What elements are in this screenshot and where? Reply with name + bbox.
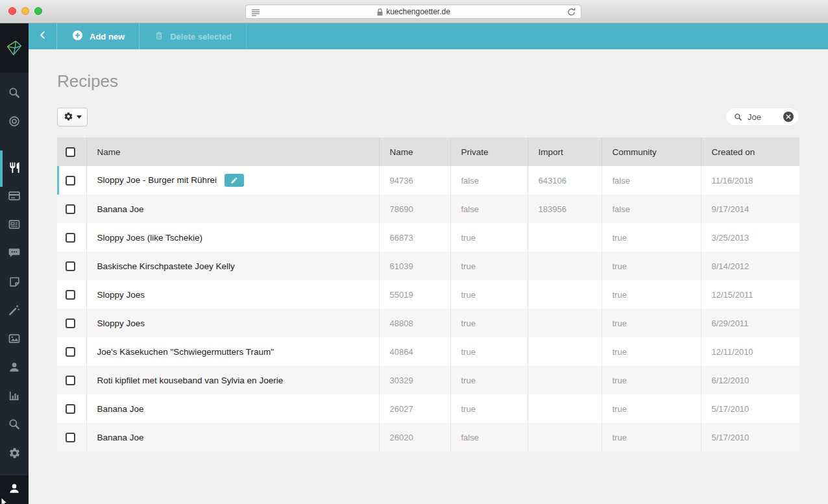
table-row[interactable]: Roti kipfilet met kouseband van Sylvia e… — [57, 366, 799, 394]
sidebar-item-media[interactable] — [0, 326, 29, 354]
cell-id: 48808 — [379, 309, 450, 337]
cell-community: true — [602, 280, 701, 309]
table-row[interactable]: Joe's Käsekuchen "Schwiegermutters Traum… — [57, 337, 799, 366]
minimize-window-button[interactable] — [21, 7, 29, 15]
sidebar-item-recipes[interactable] — [0, 154, 29, 183]
user-icon — [8, 361, 21, 376]
close-window-button[interactable] — [8, 7, 16, 15]
address-bar[interactable]: kuechengoetter.de — [245, 5, 581, 19]
column-header-created[interactable]: Created on — [701, 138, 799, 166]
table-body: Sloppy Joe - Burger mit Rührei94736false… — [57, 166, 799, 451]
cell-id: 40864 — [379, 337, 450, 366]
cell-import — [528, 252, 602, 280]
select-all-checkbox[interactable] — [66, 147, 75, 157]
table-row[interactable]: Sloppy Joe - Burger mit Rührei94736false… — [57, 166, 799, 195]
cell-import — [528, 280, 602, 309]
clear-search-button[interactable] — [783, 112, 794, 122]
sidebar-item-comments[interactable] — [0, 240, 29, 269]
zoom-window-button[interactable] — [34, 7, 42, 15]
add-new-button[interactable]: Add new — [57, 23, 140, 49]
sidebar — [0, 23, 29, 504]
cell-private: false — [450, 423, 528, 451]
cell-import — [528, 423, 602, 451]
sidebar-item-lookup[interactable] — [0, 411, 29, 440]
sidebar-item-stats[interactable] — [0, 383, 29, 411]
sidebar-item-cards[interactable] — [0, 183, 29, 211]
chat-icon — [8, 246, 21, 262]
cell-import — [528, 337, 602, 366]
recipe-name: Sloppy Joes — [97, 318, 145, 328]
sidebar-item-tools[interactable] — [0, 297, 29, 326]
cell-community: true — [602, 252, 701, 280]
target-icon — [8, 115, 21, 130]
newspaper-icon — [8, 218, 21, 234]
sidebar-item-news[interactable] — [0, 211, 29, 240]
row-checkbox[interactable] — [66, 204, 75, 214]
cell-private: false — [450, 195, 528, 223]
restaurant-icon — [8, 162, 21, 176]
delete-selected-button[interactable]: Delete selected — [140, 23, 247, 49]
table-header-row: Name Name Private Import Community Creat… — [57, 138, 799, 166]
row-checkbox[interactable] — [66, 261, 75, 271]
sidebar-item-users[interactable] — [0, 354, 29, 383]
image-icon — [8, 332, 21, 348]
column-header-community[interactable]: Community — [602, 138, 701, 166]
row-checkbox[interactable] — [66, 404, 75, 414]
table-row[interactable]: Banana Joe26020falsetrue5/17/2010 — [57, 423, 799, 451]
sidebar-item-search[interactable] — [0, 80, 29, 108]
column-header-private[interactable]: Private — [450, 138, 528, 166]
cell-created: 6/12/2010 — [701, 366, 799, 394]
table-options-button[interactable] — [57, 108, 88, 126]
sidebar-nav — [0, 73, 29, 468]
bar-chart-icon — [8, 389, 21, 405]
cell-private: true — [450, 252, 528, 280]
cell-created: 8/14/2012 — [701, 252, 799, 280]
cell-private: true — [450, 309, 528, 337]
row-checkbox[interactable] — [66, 290, 75, 300]
recipe-name: Sloppy Joes (like Tschekie) — [97, 233, 203, 243]
gear-icon — [8, 447, 21, 462]
cell-id: 30329 — [379, 366, 450, 394]
column-header-name[interactable]: Name — [86, 138, 379, 166]
app-logo[interactable] — [0, 23, 29, 73]
row-checkbox[interactable] — [66, 433, 75, 442]
cell-created: 5/17/2010 — [701, 394, 799, 423]
reload-icon[interactable] — [566, 7, 576, 19]
recipe-name: Sloppy Joes — [97, 290, 145, 300]
table-row[interactable]: Sloppy Joes55019truetrue12/15/2011 — [57, 280, 799, 309]
row-checkbox[interactable] — [66, 376, 75, 385]
cell-import — [528, 309, 602, 337]
sidebar-item-target[interactable] — [0, 108, 29, 137]
row-checkbox[interactable] — [66, 176, 75, 186]
sidebar-item-settings[interactable] — [0, 440, 29, 468]
back-button[interactable] — [29, 23, 57, 49]
edit-button[interactable] — [225, 174, 244, 187]
cell-private: true — [450, 394, 528, 423]
trash-icon — [154, 30, 164, 43]
table-row[interactable]: Baskische Kirschpastete Joey Kelly61039t… — [57, 252, 799, 280]
cell-created: 3/25/2013 — [701, 223, 799, 252]
action-toolbar: Add new Delete selected — [29, 23, 828, 49]
cell-import: 643106 — [528, 166, 602, 195]
recipe-name: Sloppy Joe - Burger mit Rührei — [97, 175, 217, 185]
sidebar-item-notes[interactable] — [0, 269, 29, 297]
search-input[interactable] — [748, 112, 781, 122]
cell-private: true — [450, 366, 528, 394]
cell-created: 9/17/2014 — [701, 195, 799, 223]
cell-community: false — [602, 195, 701, 223]
cell-id: 61039 — [379, 252, 450, 280]
reader-mode-icon[interactable] — [251, 8, 260, 19]
column-header-import[interactable]: Import — [528, 138, 602, 166]
row-checkbox[interactable] — [66, 347, 75, 357]
card-icon — [8, 189, 21, 205]
recipe-name: Banana Joe — [97, 404, 144, 414]
row-checkbox[interactable] — [66, 318, 75, 328]
column-header-id[interactable]: Name — [379, 138, 450, 166]
page-content: Recipes — [29, 49, 828, 504]
table-row[interactable]: Banana Joe78690false183956false9/17/2014 — [57, 195, 799, 223]
table-row[interactable]: Sloppy Joes (like Tschekie)66873truetrue… — [57, 223, 799, 252]
row-checkbox[interactable] — [66, 233, 75, 243]
recipe-name: Joe's Käsekuchen "Schwiegermutters Traum… — [97, 347, 274, 357]
table-row[interactable]: Banana Joe26027truetrue5/17/2010 — [57, 394, 799, 423]
table-row[interactable]: Sloppy Joes48808truetrue6/29/2011 — [57, 309, 799, 337]
